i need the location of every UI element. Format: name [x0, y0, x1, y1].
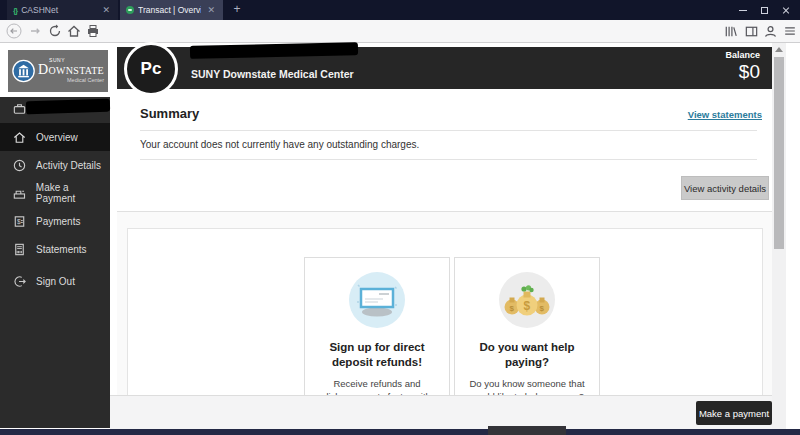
scroll-up-arrow-icon[interactable] [775, 47, 783, 52]
restore-icon[interactable] [761, 7, 768, 14]
home-icon [12, 130, 27, 145]
sidebar-item-make-a-payment[interactable]: Make a Payment [0, 179, 110, 207]
browser-tab-bar: {} CASHNet ✕ Transact | Overview ✕ + [0, 0, 800, 20]
make-a-payment-button[interactable]: Make a payment [696, 401, 772, 425]
refresh-icon[interactable] [47, 23, 63, 39]
sidebar-item-overview[interactable]: Overview [0, 123, 110, 151]
browser-toolbar: https://commerce.cashnet.com/cashnetg/st… [0, 20, 800, 43]
account-bag-icon [12, 101, 27, 120]
svg-text:$: $ [510, 304, 515, 313]
sign-out-icon [12, 274, 27, 289]
window-close-icon[interactable] [782, 6, 790, 14]
scrollbar-thumb[interactable] [774, 57, 784, 249]
new-tab-button[interactable]: + [228, 0, 246, 20]
sidebar-item-label: Sign Out [36, 276, 75, 287]
balance-summary: Balance $0 [725, 50, 760, 83]
tab-transact-overview[interactable]: Transact | Overview ✕ [120, 0, 223, 20]
divider [140, 159, 757, 160]
view-activity-details-button[interactable]: View activity details [681, 176, 769, 200]
divider [140, 130, 757, 131]
sidebar-item-label: Overview [36, 132, 78, 143]
clock-icon [12, 158, 27, 173]
svg-text:$: $ [540, 304, 545, 313]
sidebar-item-label: Make a Payment [36, 182, 110, 204]
card-title: Sign up for direct deposit refunds! [313, 340, 441, 370]
check-illustration [349, 272, 405, 328]
downstate-seal-icon [12, 58, 35, 84]
page-content: SUNY Downstate Medical Center SUNY Downs… [0, 43, 800, 429]
minimize-icon[interactable] [739, 10, 747, 11]
balance-value: $0 [725, 61, 760, 83]
forward-icon[interactable] [27, 23, 43, 39]
view-statements-link[interactable]: View statements [688, 109, 762, 120]
card-title: Do you want help paying? [463, 340, 591, 370]
svg-text:$: $ [17, 217, 21, 224]
logo-downstate-text: Downstate [38, 63, 104, 77]
back-icon[interactable] [6, 23, 22, 39]
sidebar-item-activity-details[interactable]: Activity Details [0, 151, 110, 179]
home-icon[interactable] [66, 23, 82, 39]
tab-close-icon[interactable]: ✕ [100, 5, 112, 15]
dollar-receipt-icon: $ [12, 214, 27, 229]
redacted-user-name [190, 42, 358, 59]
transact-favicon-icon [126, 6, 134, 14]
sidebar-item-sign-out[interactable]: Sign Out [0, 267, 110, 295]
sidebar-item-label: Payments [36, 216, 80, 227]
bottom-action-bar: Make a payment [110, 395, 786, 429]
cash-register-icon [12, 186, 27, 201]
print-icon[interactable] [85, 23, 101, 39]
redacted-sidebar-text [26, 99, 110, 115]
no-charges-message: Your account does not currently have any… [140, 139, 419, 150]
tab-title: CASHNet [21, 5, 96, 15]
svg-text:$: $ [524, 299, 531, 313]
site-header: SUNY Downstate Medical Center Balance $0 [117, 47, 772, 89]
tab-cashnet[interactable]: {} CASHNet ✕ [7, 0, 118, 20]
tab-title: Transact | Overview [138, 5, 201, 15]
summary-heading: Summary [140, 106, 199, 121]
library-icon[interactable] [723, 24, 739, 40]
sidebar-item-statements[interactable]: Statements [0, 235, 110, 263]
menu-hamburger-icon[interactable] [783, 24, 799, 40]
window-controls [739, 0, 796, 20]
sidebar-item-label: Activity Details [36, 160, 101, 171]
money-bags-illustration: $ $ $ [499, 272, 555, 328]
cashnet-favicon-icon: {} [13, 6, 17, 15]
taskbar-patch [488, 426, 566, 435]
sidebar-items: Overview Activity Details Make a Payment… [0, 123, 110, 295]
account-icon[interactable] [763, 24, 779, 40]
institution-name: SUNY Downstate Medical Center [191, 68, 354, 80]
tab-close-icon[interactable]: ✕ [205, 5, 217, 15]
bottom-edge-strip [0, 429, 800, 435]
page-scrollbar[interactable] [772, 43, 786, 429]
logo-medical-center-text: Medical Center [38, 78, 104, 84]
document-icon [12, 242, 27, 257]
sidebar-nav: Overview Activity Details Make a Payment… [0, 97, 110, 428]
suny-downstate-logo: SUNY Downstate Medical Center [8, 50, 108, 92]
sidebar-item-label: Statements [36, 244, 87, 255]
balance-label: Balance [725, 50, 760, 60]
sidebars-icon[interactable] [744, 24, 760, 40]
user-avatar[interactable]: Pc [124, 42, 178, 96]
sidebar-item-payments[interactable]: $ Payments [0, 207, 110, 235]
